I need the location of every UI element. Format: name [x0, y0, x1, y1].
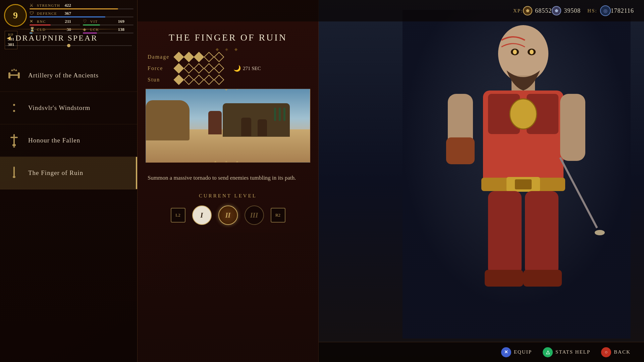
ability-item-ruin[interactable]: The Finger of Ruin [0, 157, 137, 189]
equip-label: EQUIP [514, 349, 532, 355]
defence-stat: 🛡 DEFENCE 367 [30, 11, 133, 17]
scene-tree-1 [274, 108, 276, 121]
scene-tree-3 [283, 108, 285, 121]
level-2-label: II [225, 212, 231, 219]
strength-value: 422 [59, 3, 71, 8]
svg-marker-4 [11, 69, 13, 71]
game-scene [146, 89, 310, 162]
defence-bar [30, 16, 133, 17]
hs-label: HS: [587, 8, 597, 14]
force-d5 [214, 63, 224, 73]
svg-point-41 [595, 230, 605, 235]
svg-rect-31 [446, 137, 475, 164]
xp-amber-icon: ⬟ [523, 6, 532, 15]
scene-trees [274, 108, 285, 121]
windstorm-icon [5, 99, 23, 117]
weapon-name-row: ◄ DRAUPNIR SPEAR [5, 34, 132, 43]
stun-d5 [214, 74, 224, 85]
stun-diamonds [175, 76, 223, 83]
ability-item-artillery[interactable]: Artillery of the Ancients [0, 59, 137, 92]
ruin-icon [5, 164, 23, 182]
kratos-art [402, 10, 631, 339]
strength-fill [30, 8, 118, 9]
defence-fill [30, 16, 105, 17]
svg-rect-33 [525, 191, 558, 275]
circle-button[interactable]: ○ [601, 347, 611, 357]
cross-button[interactable]: ✕ [501, 347, 511, 357]
xp-label: XP: [513, 8, 523, 14]
hud-top-bar: XP: ⬟ 68552 ⬟ 39508 HS: ◎ 1782116 [138, 0, 644, 21]
damage-d3 [194, 52, 204, 62]
svg-rect-12 [10, 137, 18, 138]
damage-d4 [204, 52, 214, 62]
hs-icon: ◎ [600, 5, 611, 16]
level-2-button[interactable]: II [218, 205, 238, 225]
current-level-section: CURRENT LEVEL L2 I II III R2 [138, 188, 318, 230]
back-label: BACK [614, 349, 631, 355]
force-diamonds [175, 65, 223, 72]
svg-rect-34 [485, 270, 523, 287]
l2-trigger[interactable]: L2 [171, 208, 185, 223]
strength-row: ⚔ STRENGTH 422 [30, 3, 133, 9]
svg-rect-15 [13, 167, 15, 177]
level-badge: 9 [4, 4, 27, 27]
damage-diamonds [175, 53, 223, 61]
stats-diamonds: Damage Force [138, 53, 318, 83]
ability-name-artillery: Artillery of the Ancients [28, 72, 99, 79]
stun-d2 [183, 74, 194, 85]
level-3-label: III [250, 212, 258, 219]
stats-help-label: STATS HELP [555, 349, 590, 355]
xp-silver-value: 39508 [564, 7, 581, 14]
svg-point-10 [13, 110, 15, 112]
stats-help-action[interactable]: △ STATS HELP [543, 347, 590, 357]
level-value: 9 [13, 10, 18, 21]
level-1-button[interactable]: I [192, 205, 212, 225]
strength-bar [30, 8, 133, 9]
preview-ornament-bottom: ✦ ◈ ✦ [214, 160, 242, 163]
scene-enemy-1 [241, 118, 251, 136]
svg-point-17 [13, 176, 15, 178]
ability-item-windstorm[interactable]: Vindsvlr's Windstorm [0, 92, 137, 124]
stun-d1 [173, 74, 184, 85]
xp-amber-item: ⬟ 68552 [523, 6, 552, 15]
triangle-button[interactable]: △ [543, 347, 553, 357]
r2-trigger[interactable]: R2 [271, 208, 285, 223]
damage-d5 [214, 52, 224, 62]
force-d2 [183, 63, 194, 73]
damage-d1 [173, 52, 184, 62]
svg-rect-29 [560, 94, 585, 161]
timer-icon: 🌙 [233, 65, 241, 72]
ability-item-honour[interactable]: Honour the Fallen [0, 124, 137, 157]
honour-icon [5, 132, 23, 149]
svg-point-20 [498, 25, 548, 82]
strength-icon: ⚔ [30, 3, 36, 8]
ability-preview: ✦ ◈ ✦ ✦ ◈ ✦ [146, 89, 310, 163]
svg-rect-11 [13, 134, 15, 145]
damage-row: Damage [148, 53, 308, 61]
level-buttons: L2 I II III R2 [146, 205, 310, 225]
weapon-divider [5, 29, 132, 29]
weapon-arrow[interactable]: ◄ [5, 34, 12, 42]
scene-rock-left [146, 100, 190, 140]
ability-name-honour: Honour the Fallen [28, 137, 80, 144]
level-1-label: I [201, 212, 203, 219]
stun-row: Stun [148, 76, 308, 83]
damage-label: Damage [148, 54, 171, 60]
equip-action[interactable]: ✕ EQUIP [501, 347, 532, 357]
defence-value: 367 [59, 11, 71, 16]
svg-marker-5 [15, 69, 17, 71]
level-3-button[interactable]: III [245, 205, 264, 225]
force-d3 [194, 63, 204, 73]
weapon-slider-dot [67, 44, 70, 47]
svg-rect-0 [9, 74, 19, 76]
svg-point-38 [513, 50, 517, 54]
scene-enemy-2 [258, 119, 267, 136]
svg-rect-32 [488, 191, 522, 275]
timer-value: 271 SEC [243, 66, 261, 71]
stun-label: Stun [148, 77, 171, 83]
force-d4 [204, 63, 214, 73]
weapon-section: ◄ DRAUPNIR SPEAR [0, 23, 137, 53]
defence-label: DEFENCE [37, 11, 58, 15]
back-action[interactable]: ○ BACK [601, 347, 631, 357]
ability-list: Artillery of the Ancients Vindsvlr's Win… [0, 59, 137, 189]
